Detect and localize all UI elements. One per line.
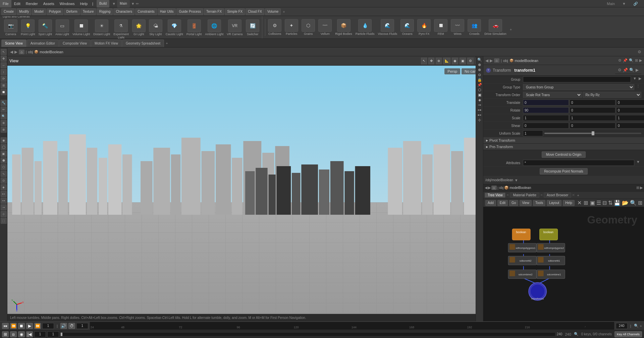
fem-btn[interactable]: 🔲: [434, 19, 447, 32]
zoom-out-icon[interactable]: 🔍: [634, 324, 639, 328]
ng-nav-left[interactable]: ◀: [485, 186, 487, 190]
uniformscale-input[interactable]: 1: [523, 130, 543, 136]
select-mode-btn[interactable]: ↖: [421, 58, 427, 64]
play-btn[interactable]: ▶: [26, 323, 33, 329]
translate-x-input[interactable]: 0: [523, 99, 569, 106]
rp-search-icon[interactable]: 🔍: [629, 58, 634, 63]
left-tool-13[interactable]: ◉: [1, 137, 7, 143]
ng-grid-icon[interactable]: ⊞: [584, 200, 588, 206]
shear-z-input[interactable]: 0: [616, 123, 644, 129]
vri-11[interactable]: ⊶: [478, 108, 481, 112]
ng-arrow-icon[interactable]: ▶: [640, 186, 643, 190]
left-tool-1[interactable]: ↖: [1, 49, 7, 55]
timeline-search-icon[interactable]: 🔍: [574, 332, 579, 336]
left-tool-23[interactable]: ⊸: [1, 204, 7, 210]
rotate-y-input[interactable]: 0: [570, 107, 615, 113]
wires-btn[interactable]: 〰: [451, 19, 464, 32]
ng-list-icon[interactable]: ☰: [596, 200, 601, 206]
frame-controls-3[interactable]: ◉: [18, 331, 25, 337]
current-frame-input[interactable]: 1: [42, 323, 54, 329]
menu-dropdown[interactable]: ▼: [620, 0, 629, 7]
left-tool-14[interactable]: ◯: [1, 144, 7, 150]
ng-tab-treeview[interactable]: Tree View: [485, 193, 505, 198]
viscousfluids-btn[interactable]: 🌊: [381, 19, 394, 32]
btn-rigging[interactable]: Rigging: [97, 8, 113, 15]
frame-start-display[interactable]: 1: [76, 323, 88, 329]
menu-windows[interactable]: Windows: [57, 0, 77, 7]
rp-expand-icon[interactable]: ⊞: [635, 58, 638, 63]
btn-polygon[interactable]: Polygon: [47, 8, 63, 15]
transform-gear-icon[interactable]: ⚙: [618, 68, 622, 72]
btn-simplefx[interactable]: Simple FX: [225, 8, 245, 15]
left-tool-18[interactable]: ∿: [1, 171, 7, 177]
volumelight-btn[interactable]: 🔲: [74, 19, 88, 32]
left-tool-21[interactable]: ⊷: [1, 191, 7, 197]
left-tool-17[interactable]: ⬡: [1, 164, 7, 170]
frame-controls-2[interactable]: ⧈: [10, 331, 17, 337]
particlefluids-btn[interactable]: 💧: [358, 19, 372, 32]
drivesim-btn[interactable]: 🚗: [489, 19, 502, 32]
rp-nav-right[interactable]: ▶: [490, 58, 493, 63]
vrcamera-btn[interactable]: VR: [228, 19, 241, 32]
key-all-channels-btn[interactable]: Key All Channels: [614, 331, 642, 337]
transform-pin-icon[interactable]: 📌: [623, 68, 628, 72]
ng-save-icon[interactable]: 💾: [614, 200, 621, 206]
crowds-btn[interactable]: 👥: [468, 19, 481, 32]
shear-y-input[interactable]: 0: [570, 123, 615, 129]
vri-3[interactable]: ⊗: [478, 68, 481, 72]
rotate-x-input[interactable]: 90: [523, 107, 569, 113]
uniformscale-slider-track[interactable]: [544, 133, 641, 134]
snap-btn[interactable]: 📐: [443, 58, 450, 64]
ng-add-btn[interactable]: Add: [485, 200, 496, 206]
ng-go-btn[interactable]: Go: [509, 200, 518, 206]
left-tool-6[interactable]: ⊞: [1, 82, 7, 88]
ng-search-icon[interactable]: 🔍: [630, 200, 637, 206]
nav-arrow-left[interactable]: ◀: [10, 50, 13, 54]
rigidbodies-btn[interactable]: 📦: [337, 19, 351, 32]
display-mode-btn[interactable]: ◉: [452, 58, 458, 64]
btn-hairutils[interactable]: Hair Utils: [158, 8, 176, 15]
ng-home-btn[interactable]: ⌂: [491, 186, 497, 190]
btn-guideprocess[interactable]: Guide Process: [176, 8, 203, 15]
camera-btn[interactable]: 📷: [4, 19, 17, 32]
tab-sceneview[interactable]: Scene View: [1, 40, 26, 47]
ng-table-icon[interactable]: ▣: [590, 200, 595, 206]
frame-controls-4[interactable]: |◀: [26, 331, 33, 337]
rp-breadcrumb-obj[interactable]: obj: [503, 59, 508, 63]
nav-arrow-right[interactable]: ▶: [14, 50, 17, 54]
pivot-transform-header[interactable]: ▶ Pivot Transform: [483, 137, 644, 144]
prev-frame-btn[interactable]: ⏪: [10, 323, 17, 329]
pivot-mode-btn[interactable]: ⊕: [436, 58, 442, 64]
left-tool-10[interactable]: 🔍: [1, 113, 7, 119]
transform-mode-btn[interactable]: ✥: [428, 58, 434, 64]
left-tool-25[interactable]: ⬚: [1, 218, 7, 224]
ng-expand-icon2[interactable]: ⊞: [638, 200, 642, 206]
left-tool-19[interactable]: ⊙: [1, 178, 7, 184]
group-arrow[interactable]: ▶: [639, 76, 641, 82]
causticlight-btn[interactable]: 💎: [168, 19, 181, 32]
timeline-playhead-area[interactable]: [60, 332, 555, 336]
ng-filter-icon[interactable]: ⊟: [602, 200, 607, 206]
group-input[interactable]: [523, 76, 631, 82]
transform-search-icon[interactable]: 🔍: [629, 68, 634, 72]
vellum-btn[interactable]: 〰: [318, 19, 332, 32]
rp-nav-left[interactable]: ◀: [485, 58, 488, 63]
left-tool-4[interactable]: ↕: [1, 69, 7, 75]
menu-help[interactable]: Help: [77, 0, 90, 7]
ng-edit-btn[interactable]: Edit: [497, 200, 508, 206]
tab-geospreadsheet[interactable]: Geometry Spreadsheet: [122, 40, 164, 47]
projection-btn[interactable]: Persp: [444, 68, 460, 74]
ng-tools-btn[interactable]: Tools: [533, 200, 545, 206]
left-tool-7[interactable]: 🔲: [1, 89, 7, 95]
home-btn[interactable]: ⌂: [19, 50, 24, 54]
skip-start-btn[interactable]: ⏮: [2, 323, 9, 329]
zoom-in-icon[interactable]: +: [640, 324, 642, 328]
btn-texture[interactable]: Texture: [80, 8, 96, 15]
rotateorder-select[interactable]: Rx Ry Rz Rx Rz Ry Ry Rx Rz: [583, 92, 642, 98]
btn-create[interactable]: Create: [1, 8, 16, 15]
ng-help-btn[interactable]: Help: [563, 200, 575, 206]
attributes-input[interactable]: *: [523, 160, 634, 166]
arealight-btn[interactable]: ▭: [56, 19, 69, 32]
frame-end-display[interactable]: 240: [616, 323, 628, 329]
vri-12[interactable]: ⊷: [478, 113, 481, 117]
